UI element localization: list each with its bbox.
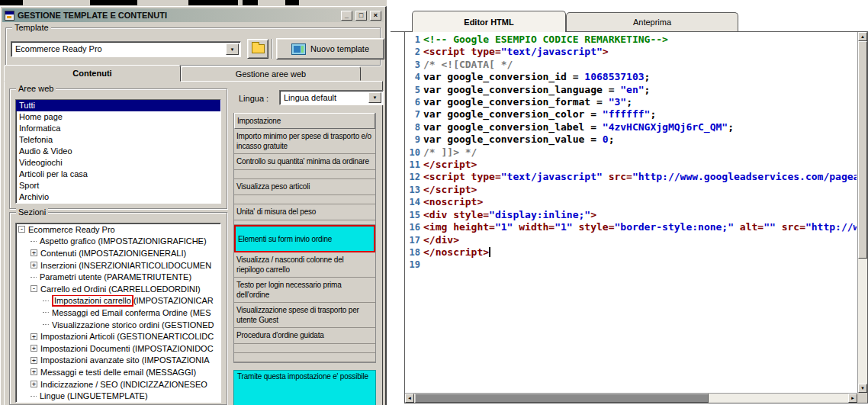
tree-item[interactable]: Parametri utente (PARAMETRIUTENTE) [16, 271, 220, 283]
code-line: /* <![CDATA[ */ [423, 59, 857, 71]
tab-gestione-aree-web[interactable]: Gestione aree web [181, 66, 361, 81]
background-window-fragment [188, 0, 238, 5]
code-area[interactable]: <!-- Google ESEMPIO CODICE REMARKETING--… [423, 34, 857, 392]
expand-icon[interactable]: + [31, 249, 37, 256]
aree-web-item[interactable]: Informatica [16, 123, 220, 134]
tree-item[interactable]: +Contenuti (IMPOSTAZIONIGENERALI) [16, 247, 220, 259]
code-line: <script type="text/javascript"> [423, 46, 857, 58]
aree-web-item[interactable]: Tutti [16, 100, 220, 111]
aree-web-item[interactable]: Videogiochi [16, 157, 220, 169]
collapse-icon[interactable]: - [31, 285, 37, 292]
tree-item[interactable]: Visualizzazione storico ordini (GESTIONE… [16, 319, 220, 331]
tree-item[interactable]: +Impostazioni avanzate sito (IMPOSTAZION… [16, 355, 220, 367]
open-template-button[interactable] [247, 39, 268, 59]
code-line: var google_conversion_format = "3"; [423, 96, 857, 108]
scroll-up-icon[interactable]: ▲ [858, 32, 867, 41]
dropdown-arrow-icon[interactable]: ▼ [226, 43, 239, 55]
code-token: var [423, 108, 441, 120]
tree-item[interactable]: Aspetto grafico (IMPOSTAZIONIGRAFICHE) [16, 236, 220, 248]
aree-web-item[interactable]: Articoli per la casa [16, 169, 220, 180]
expand-icon[interactable]: + [31, 368, 37, 375]
aree-web-item[interactable]: Telefonia [16, 134, 220, 146]
vertical-scroll-thumb[interactable] [858, 41, 867, 259]
tree-item[interactable]: +Messaggi e testi delle email (MESSAGGI) [16, 366, 220, 378]
scroll-right-icon[interactable]: ► [848, 394, 857, 403]
tree-item[interactable]: -Ecommerce Ready Pro [16, 223, 220, 236]
scroll-down-icon[interactable]: ▼ [858, 384, 867, 393]
code-token: </script> [423, 159, 477, 170]
scroll-left-icon[interactable]: ◄ [405, 394, 414, 403]
tree-item[interactable]: +Impostazioni Documenti (IMPOSTAZIONIDOC [16, 342, 220, 355]
title-bar[interactable]: GESTIONE TEMPLATE E CONTENUTI _ □ × [2, 8, 384, 22]
expand-icon[interactable]: + [31, 333, 37, 340]
setting-row[interactable]: Testo per login necessario prima dell'or… [234, 278, 375, 303]
setting-row[interactable]: Controllo su quantita' minima da ordinar… [234, 154, 375, 170]
html-editor[interactable]: 12345678910111213141516171819 <!-- Googl… [404, 31, 868, 403]
setting-row[interactable]: Importo minimo per spese di trasporto e/… [234, 129, 375, 154]
tree-item[interactable]: Lingue (LINGUETEMPLATE) [16, 390, 220, 402]
maximize-button[interactable]: □ [355, 11, 367, 21]
code-line: var google_conversion_color = "ffffff"; [423, 108, 857, 121]
code-token: var [423, 84, 441, 95]
sezioni-tree[interactable]: -Ecommerce Ready ProAspetto grafico (IMP… [15, 223, 221, 403]
expand-icon[interactable]: + [31, 262, 37, 268]
minimize-button[interactable]: _ [341, 11, 352, 21]
vertical-scrollbar[interactable]: ▲ ▼ [857, 32, 867, 393]
tree-item[interactable]: +Impostazioni Articoli (GESTIONEARTICOLI… [16, 330, 220, 342]
tree-item[interactable]: -Carrello ed Ordini (CARRELLOEDORDINI) [16, 283, 220, 295]
aree-web-item[interactable]: Audio & Video [16, 146, 220, 157]
tab-anteprima[interactable]: Anteprima [566, 12, 738, 31]
template-combobox[interactable]: Ecommerce Ready Pro ▼ [11, 41, 241, 57]
horizontal-scrollbar[interactable]: ◄ ► [405, 393, 857, 403]
code-token: "display:inline;" [489, 209, 590, 220]
code-token: </script> [423, 184, 477, 195]
horizontal-scroll-thumb[interactable] [415, 394, 709, 403]
code-token: "http://www.googleadservices.com/pagea [632, 171, 857, 182]
tree-item[interactable]: Messaggi ed Email conferma Ordine (MES [16, 307, 220, 319]
code-token: ; [645, 71, 651, 82]
setting-row[interactable]: Unita' di misura del peso [234, 204, 375, 220]
tab-editor-html[interactable]: Editor HTML [412, 11, 566, 32]
aree-web-item[interactable]: Sport [16, 180, 220, 191]
line-number: 4 [405, 71, 420, 83]
expand-icon[interactable]: + [31, 357, 37, 364]
window-title: GESTIONE TEMPLATE E CONTENUTI [18, 11, 167, 20]
new-template-icon [291, 43, 306, 55]
code-token: google_conversion_label = [441, 121, 602, 133]
setting-row[interactable]: Procedura d'ordine guidata [234, 328, 375, 344]
screen: GESTIONE TEMPLATE E CONTENUTI _ □ × Temp… [0, 0, 868, 405]
setting-row[interactable]: Visualizzazione spese di trasporto per u… [234, 303, 375, 328]
tab-contenuti[interactable]: Contenuti [4, 65, 181, 82]
collapse-icon[interactable]: - [18, 226, 25, 233]
tree-item[interactable]: +Inserzioni (INSERZIONIARTICOLIDOCUMEN [16, 259, 220, 272]
code-line: var google_conversion_label = "4zvHCNGXj… [423, 121, 857, 133]
line-number: 11 [405, 159, 420, 171]
code-line: <noscript> [423, 196, 857, 208]
close-button[interactable]: × [370, 11, 381, 21]
tree-item-label: Carrello ed Ordini (CARRELLOEDORDINI) [40, 284, 201, 294]
aree-web-item[interactable]: Home page [16, 111, 220, 123]
setting-row[interactable]: Visualizza / nascondi colonne del riepil… [234, 252, 375, 278]
dropdown-arrow-icon[interactable]: ▼ [368, 92, 381, 103]
code-token: "border-style:none;" [614, 221, 734, 233]
setting-row-highlighted[interactable]: Elementi su form invio ordine [234, 225, 375, 252]
tree-item-label: Ecommerce Ready Pro [28, 225, 115, 234]
tree-item[interactable]: +Indicizzazione / SEO (INDICIZZAZIONESEO [16, 378, 220, 391]
new-template-label: Nuovo template [310, 44, 369, 53]
gestione-window: GESTIONE TEMPLATE E CONTENUTI _ □ × Temp… [0, 6, 387, 405]
lingua-combobox[interactable]: Lingua default ▼ [279, 90, 384, 105]
aree-web-group: Aree web TuttiHome pageInformaticaTelefo… [9, 88, 227, 209]
line-number: 12 [405, 171, 420, 183]
tree-item-label: Contenuti (IMPOSTAZIONIGENERALI) [40, 249, 186, 258]
aree-web-listbox[interactable]: TuttiHome pageInformaticaTelefoniaAudio … [15, 99, 221, 204]
code-token: src= [776, 221, 805, 233]
tree-connector [31, 396, 37, 397]
aree-web-item[interactable]: Archivio [16, 191, 220, 203]
code-token: google_conversion_value = [441, 133, 602, 145]
new-template-button[interactable]: Nuovo template [276, 38, 384, 59]
expand-icon[interactable]: + [31, 381, 37, 387]
tree-connector [43, 312, 49, 313]
expand-icon[interactable]: + [31, 345, 37, 352]
setting-row[interactable]: Visualizza peso articoli [234, 179, 375, 195]
tree-item[interactable]: Impostazioni carrello (IMPOSTAZIONICAR [16, 295, 220, 307]
